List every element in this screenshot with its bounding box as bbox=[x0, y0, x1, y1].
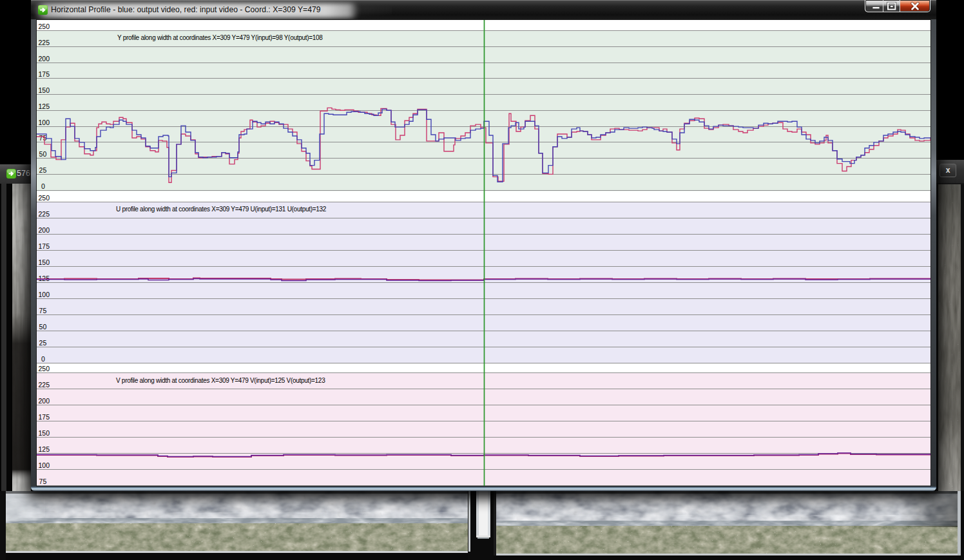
svg-text:25: 25 bbox=[39, 339, 47, 347]
svg-text:200: 200 bbox=[39, 397, 50, 405]
svg-text:125: 125 bbox=[39, 275, 50, 282]
svg-text:100: 100 bbox=[39, 461, 50, 469]
svg-text:175: 175 bbox=[39, 70, 50, 78]
svg-text:0: 0 bbox=[41, 355, 45, 363]
svg-text:175: 175 bbox=[39, 242, 50, 250]
svg-text:0: 0 bbox=[41, 182, 45, 190]
svg-text:150: 150 bbox=[39, 86, 50, 94]
svg-text:100: 100 bbox=[39, 119, 50, 126]
svg-text:50: 50 bbox=[39, 150, 47, 158]
svg-text:250: 250 bbox=[39, 194, 50, 202]
svg-text:75: 75 bbox=[39, 134, 47, 142]
svg-text:200: 200 bbox=[39, 55, 50, 63]
svg-text:225: 225 bbox=[39, 39, 50, 46]
svg-text:200: 200 bbox=[39, 226, 50, 234]
svg-text:225: 225 bbox=[39, 381, 50, 389]
svg-text:175: 175 bbox=[39, 413, 50, 421]
svg-text:75: 75 bbox=[39, 307, 47, 314]
svg-text:V profile along width at coord: V profile along width at coordinates X=3… bbox=[116, 377, 325, 384]
svg-text:100: 100 bbox=[39, 291, 50, 298]
svg-text:75: 75 bbox=[39, 478, 47, 485]
svg-text:250: 250 bbox=[39, 365, 50, 372]
svg-text:150: 150 bbox=[39, 258, 50, 266]
svg-text:125: 125 bbox=[39, 445, 50, 453]
svg-text:150: 150 bbox=[39, 429, 50, 437]
svg-text:Y profile along width at coord: Y profile along width at coordinates X=3… bbox=[117, 34, 323, 41]
svg-text:U profile along width at coord: U profile along width at coordinates X=3… bbox=[116, 206, 327, 213]
svg-text:50: 50 bbox=[39, 323, 47, 331]
svg-text:250: 250 bbox=[39, 23, 50, 30]
svg-text:225: 225 bbox=[39, 210, 50, 218]
svg-text:25: 25 bbox=[39, 166, 47, 174]
svg-text:125: 125 bbox=[39, 102, 50, 110]
